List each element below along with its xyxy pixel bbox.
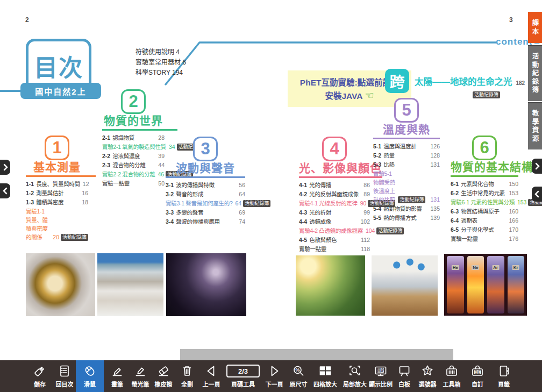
toc-item-number: 2-2 bbox=[102, 152, 110, 160]
toc-item-page: 128 bbox=[427, 151, 440, 160]
toolbar-item-quad[interactable]: 四格放大 bbox=[312, 360, 338, 392]
toc-row[interactable]: 2-3混合物的分離44 bbox=[102, 161, 165, 169]
toc-row[interactable]: 實驗5-1 物體受熱後溫度上升的比較活動紀錄簿131 bbox=[373, 169, 440, 204]
toolbar-item-origsize[interactable]: %原尺寸 bbox=[286, 360, 311, 392]
toc-row[interactable]: 3-4聲波的傳播與應用74 bbox=[166, 217, 245, 226]
book-title-pill: 國中自然2上 bbox=[20, 83, 101, 99]
toolbar-item-trash[interactable]: 全刪 bbox=[174, 360, 200, 392]
toolbar-item-tabs[interactable]: 頁籤 bbox=[491, 360, 517, 392]
toc-item-title: 光的傳播 bbox=[309, 181, 331, 189]
toc-row[interactable]: 實驗6-1 元素的性質與分類153活動紀錄簿 bbox=[451, 198, 518, 206]
toc-item-page: 118 bbox=[358, 245, 370, 253]
toc-row[interactable]: 6-5分子與化學式170 bbox=[451, 225, 518, 234]
toc-item-title: 週期表 bbox=[461, 216, 477, 225]
toolbar-item-label: 原尺寸 bbox=[290, 380, 308, 388]
toc-row[interactable]: 4-2光的反射與面鏡成像89 bbox=[299, 190, 370, 198]
toolbar-item-toc[interactable]: 回目次 bbox=[52, 360, 77, 392]
toc-item-number: 4-4 bbox=[299, 217, 307, 226]
toc-row[interactable]: 1-2測量與估計16 bbox=[26, 189, 88, 197]
toc-row[interactable]: 3-3多變的聲音69 bbox=[166, 208, 245, 217]
activity-book-tag[interactable]: 活動紀錄簿 bbox=[473, 91, 500, 98]
toc-row[interactable]: 1-3體積與密度18 bbox=[26, 198, 88, 206]
next-icon bbox=[267, 363, 282, 379]
toc-item-title: 實驗6-1 元素的性質與分類 bbox=[451, 198, 515, 206]
toolbar-item-mouse[interactable]: 滑鼠 bbox=[76, 360, 104, 392]
toolbar-item-ratio[interactable]: 固定顯示比例 bbox=[368, 360, 394, 392]
toc-row[interactable]: 3-2聲音的形成64 bbox=[166, 190, 245, 198]
toc-item-title: 混合物的分離 bbox=[112, 161, 145, 169]
activity-book-tag[interactable]: 活動紀錄簿 bbox=[61, 234, 88, 241]
toc-item-number: 1-3 bbox=[26, 198, 34, 206]
toc-item-title: 比熱 bbox=[383, 160, 394, 169]
toc-item-title: 實驗4-2 凸透鏡的成像觀察 bbox=[299, 226, 363, 235]
toc-row[interactable]: 5-3比熱131 bbox=[373, 160, 440, 169]
toc-row[interactable]: 1-1長度、質量與時間12 bbox=[26, 180, 88, 188]
toolbar-item-eraser[interactable]: 橡皮擦 bbox=[151, 360, 176, 392]
toc-row[interactable]: 實驗2-1 氧氣的製造與性質34活動紀錄簿 bbox=[102, 142, 165, 151]
toc-item-page: 86 bbox=[361, 181, 370, 189]
toc-row[interactable]: 4-3光的折射99 bbox=[299, 208, 370, 217]
chapter-underline bbox=[451, 175, 518, 177]
toolbar-item-save[interactable]: 儲存 bbox=[27, 360, 53, 392]
toc-row[interactable]: 實驗4-2 凸透鏡的成像觀察104活動紀錄簿 bbox=[299, 226, 370, 235]
page-indicator-value[interactable]: 2/3 bbox=[226, 365, 260, 377]
tab-teaching-resources[interactable]: 教學資源 bbox=[528, 102, 542, 149]
right-panel-open-button[interactable] bbox=[532, 187, 542, 202]
toolbar-item-highlighter[interactable]: 螢光筆 bbox=[127, 360, 153, 392]
toolbar-item-partial[interactable]: 局部放大 bbox=[342, 360, 368, 392]
phet-banner-line2: 安裝JAVA☜ bbox=[325, 89, 374, 102]
toc-row[interactable]: 4-4透鏡成像102 bbox=[299, 217, 370, 226]
toolbar-item-pagebox[interactable]: 2/3頁碼工具 bbox=[224, 360, 262, 392]
toolbar-item-prev[interactable]: 上一頁 bbox=[198, 360, 224, 392]
toolbar-item-label: 下一頁 bbox=[266, 380, 283, 388]
toc-item-page: 153 bbox=[515, 198, 527, 206]
toc-row[interactable]: 5-2熱量128 bbox=[373, 151, 440, 160]
toc-row[interactable]: 4-1光的傳播86 bbox=[299, 181, 370, 189]
toolbar-item-board[interactable]: 白板 bbox=[391, 360, 417, 392]
toc-row[interactable]: 6-2生活中常見的元素153 bbox=[451, 189, 518, 197]
toc-row[interactable]: 4-5色散與顏色112 bbox=[299, 236, 370, 244]
toolbar-item-custom[interactable]: 自訂自訂 bbox=[465, 360, 490, 392]
toc-row[interactable]: 實驗一點靈50 bbox=[102, 179, 165, 188]
toc-row[interactable]: 實驗一點靈118 bbox=[299, 245, 370, 253]
chapter-underline bbox=[102, 129, 177, 131]
toc-row[interactable]: 3-1波的傳播與特徵56 bbox=[166, 181, 245, 189]
toc-row[interactable]: 5-5熱的傳播方式139 bbox=[373, 213, 440, 222]
toolbar-handle[interactable] bbox=[180, 349, 453, 360]
toc-row[interactable]: 實驗2-2 混合物的分離46活動紀錄簿 bbox=[102, 170, 165, 179]
toc-row[interactable]: 實驗4-1 光線反射的定律90活動紀錄簿 bbox=[299, 199, 370, 208]
toc-title: 目次 bbox=[34, 49, 83, 83]
left-page-number: 2 bbox=[25, 16, 29, 24]
gas-tube-label: He bbox=[452, 265, 459, 270]
tab-activity-book[interactable]: 活動紀錄簿 bbox=[528, 45, 542, 101]
chapter-5-section: 5 溫度與熱 5-1溫度與溫度計1265-2熱量1285-3比熱131實驗5-1… bbox=[373, 98, 440, 223]
toc-row[interactable]: 6-1元素與化合物150 bbox=[451, 180, 518, 188]
activity-book-tag[interactable]: 活動紀錄簿 bbox=[376, 227, 404, 234]
toolbar-item-toolbox[interactable]: 工具箱 bbox=[439, 360, 465, 392]
toolbar-item-picker[interactable]: 7選號器 bbox=[415, 360, 440, 392]
left-panel-open-button[interactable] bbox=[0, 160, 10, 175]
tab-textbook[interactable]: 課本 bbox=[528, 12, 542, 43]
right-page-forward-button[interactable] bbox=[532, 159, 542, 174]
toc-row[interactable]: 實驗1-1 質量、體積與密度的關係20活動紀錄簿 bbox=[26, 207, 88, 241]
chapter-number-badge: 5 bbox=[394, 98, 419, 123]
toc-row[interactable]: 2-2溶液與濃度39 bbox=[102, 152, 165, 160]
toc-row[interactable]: 6-4週期表166 bbox=[451, 216, 518, 225]
cross-feature-entry[interactable]: 跨 太陽——地球的生命之光 182 活動紀錄簿 bbox=[385, 69, 525, 102]
toolbar-item-next[interactable]: 下一頁 bbox=[261, 360, 287, 392]
activity-book-tag[interactable]: 活動紀錄簿 bbox=[243, 200, 270, 207]
toc-row[interactable]: 5-4熱對物質的影響135 bbox=[373, 204, 440, 213]
toolbar-item-pen[interactable]: 畫筆 bbox=[104, 360, 130, 392]
toolbar-item-label: 畫筆 bbox=[111, 380, 123, 388]
toc-row[interactable]: 2-1認識物質28 bbox=[102, 133, 165, 142]
custom-icon: 自訂 bbox=[470, 363, 485, 379]
activity-book-tag[interactable]: 活動紀錄簿 bbox=[398, 196, 425, 203]
toc-row[interactable]: 實驗3-1 聲音是如何產生的?64活動紀錄簿 bbox=[166, 199, 245, 208]
toolbar-item-label: 頁籤 bbox=[498, 380, 510, 388]
chapter-toc-list: 6-1元素與化合物1506-2生活中常見的元素153實驗6-1 元素的性質與分類… bbox=[451, 180, 518, 244]
toc-row[interactable]: 5-1溫度與溫度計126 bbox=[373, 142, 440, 151]
left-page-back-button[interactable] bbox=[0, 183, 10, 198]
toc-row[interactable]: 實驗一點靈176 bbox=[451, 234, 518, 243]
toc-item-title: 實驗2-1 氧氣的製造與性質 bbox=[102, 142, 166, 151]
toc-row[interactable]: 6-3物質結構與原子160 bbox=[451, 207, 518, 216]
